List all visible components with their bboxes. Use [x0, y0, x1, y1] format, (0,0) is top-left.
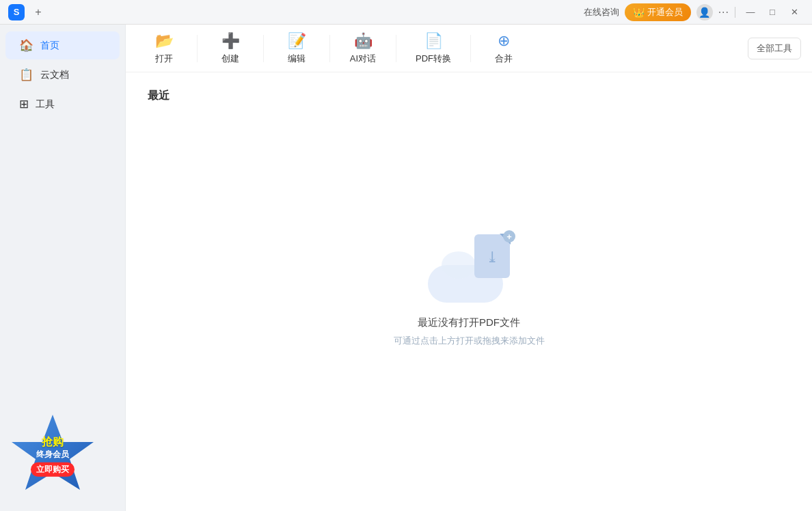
consult-link[interactable]: 在线咨询 — [584, 6, 619, 18]
promo-top-text: 抢购 — [31, 435, 75, 450]
create-button[interactable]: ➕ 创建 — [203, 27, 258, 70]
sidebar-label-tools: 工具 — [36, 98, 55, 111]
window-controls: — □ ✕ — [741, 3, 804, 22]
create-icon: ➕ — [221, 32, 240, 50]
merge-icon: ⊕ — [498, 32, 510, 50]
vip-button[interactable]: 👑 开通会员 — [625, 3, 691, 21]
edit-button[interactable]: 📝 编辑 — [269, 27, 324, 70]
empty-subtitle: 可通过点击上方打开或拖拽来添加文件 — [394, 335, 545, 347]
sidebar-item-home[interactable]: 🏠 首页 — [5, 31, 120, 59]
titlebar-divider — [735, 7, 735, 18]
pdf-label: PDF转换 — [416, 53, 451, 65]
ai-label: AI对话 — [350, 53, 376, 65]
empty-title: 最近没有打开PDF文件 — [418, 316, 520, 329]
sidebar-item-cloud[interactable]: 📋 云文档 — [5, 61, 120, 89]
toolbar-divider-5 — [470, 35, 471, 62]
toolbar-divider-1 — [197, 35, 198, 62]
pdf-icon: 📄 — [424, 32, 443, 50]
pdf-symbol: ⤓ — [486, 249, 498, 266]
open-label: 打开 — [155, 53, 173, 65]
merge-label: 合并 — [495, 53, 513, 65]
edit-label: 编辑 — [288, 53, 306, 65]
sidebar-label-home: 首页 — [40, 40, 59, 52]
home-icon: 🏠 — [19, 38, 33, 53]
main-layout: 🏠 首页 📋 云文档 ⊞ 工具 📂 打开 ➕ 创建 📝 — [0, 25, 812, 511]
pdf-convert-button[interactable]: 📄 PDF转换 — [402, 27, 465, 70]
cloud-icon: 📋 — [19, 68, 33, 82]
create-label: 创建 — [221, 53, 239, 65]
toolbar: 📂 打开 ➕ 创建 📝 编辑 🤖 AI对话 📄 PDF转换 — [126, 25, 812, 72]
empty-illustration: ⤓ + — [428, 234, 510, 303]
ai-icon: 🤖 — [354, 32, 373, 50]
sidebar-item-tools[interactable]: ⊞ 工具 — [5, 90, 120, 118]
promo-content: 抢购 终身会员 立即购买 — [31, 435, 75, 477]
crown-icon: 👑 — [633, 7, 645, 18]
app-logo: S — [8, 4, 25, 20]
toolbar-divider-2 — [263, 35, 264, 62]
minimize-button[interactable]: — — [741, 3, 760, 22]
all-tools-button[interactable]: 全部工具 — [748, 38, 801, 59]
toolbar-divider-4 — [396, 35, 396, 62]
merge-button[interactable]: ⊕ 合并 — [476, 27, 531, 70]
new-tab-button[interactable]: + — [30, 4, 46, 20]
promo-inner: 抢购 终身会员 立即购买 — [8, 411, 97, 500]
maximize-button[interactable]: □ — [763, 3, 782, 22]
ai-button[interactable]: 🤖 AI对话 — [336, 27, 390, 70]
titlebar-right: 在线咨询 👑 开通会员 👤 ··· — □ ✕ — [584, 3, 804, 22]
edit-icon: 📝 — [288, 32, 306, 50]
plus-badge: + — [503, 230, 515, 243]
close-button[interactable]: ✕ — [785, 3, 804, 22]
promo-badge[interactable]: 抢购 终身会员 立即购买 — [8, 411, 97, 500]
titlebar: S + 在线咨询 👑 开通会员 👤 ··· — □ ✕ — [0, 0, 812, 25]
pdf-decoration: ⤓ + — [474, 234, 510, 278]
tools-icon: ⊞ — [19, 97, 29, 111]
promo-buy-button[interactable]: 立即购买 — [31, 462, 75, 476]
more-options-button[interactable]: ··· — [718, 6, 729, 18]
user-avatar[interactable]: 👤 — [696, 4, 713, 20]
content-area: 📂 打开 ➕ 创建 📝 编辑 🤖 AI对话 📄 PDF转换 — [126, 25, 812, 511]
open-icon: 📂 — [155, 32, 174, 50]
empty-state: ⤓ + 最近没有打开PDF文件 可通过点击上方打开或拖拽来添加文件 — [148, 87, 790, 495]
open-button[interactable]: 📂 打开 — [137, 27, 191, 70]
sidebar-label-cloud: 云文档 — [40, 69, 69, 81]
toolbar-divider-3 — [329, 35, 330, 62]
recent-section: 最近 ⤓ + 最近没有打开PDF文件 可通过点击上方打开或拖拽来添加文件 — [126, 72, 812, 511]
promo-mid-text: 终身会员 — [31, 450, 75, 460]
